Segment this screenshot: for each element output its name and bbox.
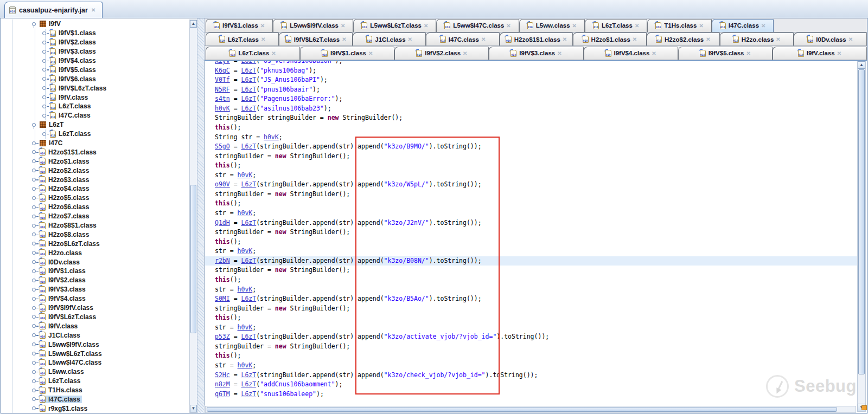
tree-item-class[interactable]: 010H2zo$8$1.class [13,221,189,230]
tree-item-class[interactable]: 010I9fV$I9fV.class [13,303,189,313]
tree-item-class[interactable]: 010H2zo$L6zT.class [13,239,189,248]
tree-item-class[interactable]: 010I0Dv.class [13,257,189,267]
editor-tab[interactable]: 010I0Dv.class✕ [794,33,867,46]
editor-tab[interactable]: 010I9fV$1.class✕ [206,19,273,32]
editor-tab[interactable]: 010H2zo.class✕ [720,33,793,46]
tree-item-class[interactable]: 010H2zo.class [13,248,189,257]
tree-expander-icon[interactable] [31,286,38,293]
tree-expander-icon[interactable] [31,368,38,375]
tree-item-class[interactable]: 010I9fV$3.class [13,285,189,294]
code-link[interactable]: L6zT [241,333,256,340]
tree-expander-icon[interactable] [31,149,38,156]
tree-expander-icon[interactable] [31,277,38,283]
code-link[interactable]: L6zT [241,86,256,93]
close-icon[interactable]: ✕ [408,36,412,42]
tree-item-class[interactable]: 010L6zT.class [13,130,189,139]
code-link[interactable]: L6zT [241,371,256,379]
code-link[interactable]: L6zT [241,219,256,227]
tree-expander-icon[interactable] [31,314,38,320]
tree-expander-icon[interactable] [31,305,38,311]
editor-tab[interactable]: 010I9fV$5.class✕ [678,47,773,60]
tree-expander-icon[interactable] [31,341,38,348]
editor-tab[interactable]: 010l47C.class✕ [712,19,774,32]
editor-tab[interactable]: 010I9fV$2.class✕ [394,47,489,60]
tree-item-class[interactable]: 010I9fV$L6zT.class [13,313,189,322]
close-icon[interactable]: ✕ [342,36,346,42]
tree-expander-icon[interactable] [31,351,38,357]
tree-item-class[interactable]: 010H2zo$4.class [13,184,189,193]
tree-item-class[interactable]: 010I9fV$6.class [13,74,189,83]
code-link[interactable]: h0vK [238,171,253,179]
tree-item-package[interactable]: L6zT [13,120,189,130]
tree-expander-icon[interactable] [42,57,48,64]
tree-item-class[interactable]: 010I9fV.class [13,321,189,331]
code-link[interactable]: K6qC [215,67,230,74]
tree-item-class[interactable]: 010l47C.class [13,395,189,404]
editor-tab[interactable]: 010T1Hs.class✕ [647,19,712,32]
editor-tab[interactable]: 010I9fV.class✕ [773,47,867,60]
tree-expander-icon[interactable] [42,30,48,36]
code-link[interactable]: q6TM [215,390,230,398]
close-icon[interactable]: ✕ [368,50,373,56]
tree-item-class[interactable]: 010L5ww$L6zT.class [13,349,189,358]
tree-expander-icon[interactable] [42,131,48,137]
code-link[interactable]: h0vK [238,286,253,293]
tree-item-class[interactable]: 010L6zT.class [13,377,189,386]
tree-item-class[interactable]: 010I9fV$3.class [13,47,189,56]
tree-item-class[interactable]: 010I9fV$1.class [13,267,189,276]
code-link[interactable]: L6zT [241,390,256,398]
tree-expander-icon[interactable] [31,177,38,183]
tree-item-class[interactable]: 010H2zo$8.class [13,230,189,239]
tree-item-class[interactable]: 010I9fV$1.class [13,29,189,38]
tree-item-class[interactable]: 010L6zT.class [13,102,189,111]
close-icon[interactable]: ✕ [761,23,765,29]
code-link[interactable]: h0vK [238,209,253,217]
tree-item-class[interactable]: 010H2zo$1$1.class [13,147,189,157]
editor-tab[interactable]: 010I9fV$4.class✕ [584,47,678,60]
close-icon[interactable]: ✕ [633,36,637,42]
tree-item-class[interactable]: 010I9fV$2.class [13,276,189,285]
close-icon[interactable]: ✕ [481,36,486,42]
tree-item-class[interactable]: 010H2zo$7.class [13,212,189,221]
tree-expander-icon[interactable] [31,241,38,247]
tree-item-class[interactable]: 010r9xg$1.class [13,404,189,413]
scroll-up-icon[interactable]: ▲ [190,20,197,28]
editor-tab[interactable]: 010J1Cl.class✕ [353,33,426,46]
code-editor[interactable]: X2yV = L6zT("os_versnus106baion");K6qC =… [205,60,857,405]
code-link[interactable]: N5RF [215,86,230,93]
tree-expander-icon[interactable] [31,396,38,403]
code-link[interactable]: h0vK [238,247,253,255]
close-icon[interactable]: ✕ [572,23,577,29]
tree-expander-icon[interactable] [31,21,38,27]
editor-tab[interactable]: 010L5ww$l47C.class✕ [436,19,519,32]
editor-tab[interactable]: 010H2zo$1.class✕ [573,33,646,46]
close-icon[interactable]: ✕ [424,23,428,29]
editor-tab[interactable]: 010l47C.class✕ [426,33,499,46]
tree-expander-icon[interactable] [42,48,48,55]
tree-expander-icon[interactable] [31,378,38,384]
editor-tab[interactable]: 010L6zT.class✕ [585,19,647,32]
tree-expander-icon[interactable] [31,167,38,174]
close-icon[interactable]: ✕ [260,23,265,29]
code-link[interactable]: o90V [215,180,230,188]
tree-item-class[interactable]: 010L5ww.class [13,367,189,377]
tree-item-class[interactable]: 010I9fV.class [13,93,189,102]
tree-expander-icon[interactable] [31,405,38,412]
code-link[interactable]: n8zM [215,380,230,388]
code-link[interactable]: S2Hc [215,371,230,379]
tree-expander-icon[interactable] [31,231,38,238]
tree-item-package[interactable]: l47C [13,139,189,148]
tree-expander-icon[interactable] [42,76,48,82]
code-link[interactable]: h0vK [264,133,279,141]
tree-item-class[interactable]: 010J1Cl.class [13,331,189,340]
tree-expander-icon[interactable] [31,204,38,210]
tree-item-class[interactable]: 010H2zo$6.class [13,203,189,212]
tree-expander-icon[interactable] [42,39,48,46]
tree-expander-icon[interactable] [31,158,38,165]
code-link[interactable]: Q1dH [215,219,230,227]
tree-item-class[interactable]: 010l47C.class [13,111,189,120]
close-icon[interactable]: ✕ [848,36,853,42]
tree-item-package[interactable]: I9fV [13,20,189,29]
tree-expander-icon[interactable] [31,140,38,146]
close-icon[interactable]: ✕ [557,50,561,56]
